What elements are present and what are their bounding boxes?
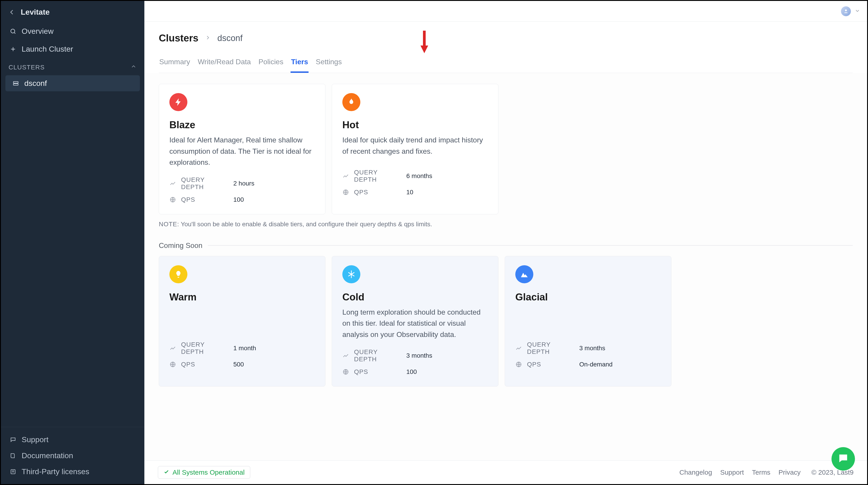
tabs: Summary Write/Read Data Policies Tiers S… (159, 53, 853, 73)
nav-licenses[interactable]: Third-Party licenses (1, 464, 144, 480)
page-head: Clusters dsconf Summary Write/Read Data … (144, 22, 867, 73)
chevron-down-icon[interactable] (855, 8, 860, 15)
breadcrumb-leaf: dsconf (217, 33, 243, 43)
tier-desc: Ideal for quick daily trend and impact h… (342, 135, 488, 161)
license-icon (9, 468, 17, 475)
footer-right: Changelog Support Terms Privacy © 2023, … (680, 468, 854, 476)
metric-query-depth: QUERY DEPTH 3 months (515, 338, 661, 358)
tier-card-glacial: Glacial QUERY DEPTH 3 months QPS On-dema… (505, 256, 671, 387)
status-text: All Systems Operational (173, 468, 245, 476)
topbar (144, 1, 867, 22)
chevron-right-icon (205, 34, 211, 42)
nav-docs-label: Documentation (22, 451, 73, 460)
svg-point-4 (845, 9, 847, 11)
globe-icon (515, 361, 522, 368)
trend-icon (342, 352, 349, 359)
sidebar-brand[interactable]: Levitate (1, 1, 144, 22)
status-pill[interactable]: All Systems Operational (158, 466, 250, 479)
brand-label: Levitate (21, 8, 50, 17)
nav-docs[interactable]: Documentation (1, 448, 144, 464)
tab-settings[interactable]: Settings (315, 53, 342, 73)
tab-summary[interactable]: Summary (159, 53, 190, 73)
tier-name: Warm (169, 291, 315, 303)
sidebar-section-label: CLUSTERS (8, 64, 45, 71)
sidebar: Levitate Overview Launch Cluster CLUSTER… (1, 1, 144, 484)
tab-write-read[interactable]: Write/Read Data (197, 53, 251, 73)
tier-desc (515, 307, 661, 333)
footer-link-privacy[interactable]: Privacy (778, 468, 800, 476)
tier-name: Hot (342, 119, 488, 131)
trend-icon (169, 180, 176, 187)
globe-icon (169, 361, 176, 368)
metric-qps: QPS On-demand (515, 358, 661, 371)
mountain-icon (515, 265, 533, 283)
tab-tiers[interactable]: Tiers (290, 53, 309, 73)
metric-qps: QPS 10 (342, 186, 488, 199)
metric-query-depth: QUERY DEPTH 2 hours (169, 174, 315, 193)
bulb-icon (169, 265, 187, 283)
arrow-left-icon (8, 8, 16, 16)
tier-name: Cold (342, 291, 488, 303)
footer-links: Changelog Support Terms Privacy (680, 468, 801, 476)
nav-support-label: Support (22, 435, 49, 444)
tier-desc (169, 307, 315, 333)
nav-launch-label: Launch Cluster (22, 45, 73, 53)
chat-fab[interactable] (832, 447, 855, 470)
tier-name: Blaze (169, 119, 315, 131)
note-tag: NOTE: (159, 221, 179, 228)
plus-icon (9, 46, 17, 53)
globe-icon (342, 189, 349, 196)
nav-overview[interactable]: Overview (1, 22, 144, 40)
check-icon (163, 468, 169, 476)
tier-card-blaze[interactable]: Blaze Ideal for Alert Manager, Real time… (159, 84, 326, 214)
footer-link-terms[interactable]: Terms (752, 468, 771, 476)
metric-qps: QPS 100 (169, 193, 315, 206)
nav-launch-cluster[interactable]: Launch Cluster (1, 40, 144, 58)
server-icon (12, 80, 19, 87)
trend-icon (342, 173, 349, 179)
svg-point-0 (11, 29, 15, 33)
trend-icon (169, 345, 176, 351)
tier-desc: Ideal for Alert Manager, Real time shall… (169, 135, 315, 168)
tiers-note: NOTE: You'll soon be able to enable & di… (159, 221, 853, 228)
tab-policies[interactable]: Policies (258, 53, 284, 73)
coming-soon-label: Coming Soon (159, 241, 203, 250)
active-tiers-row: Blaze Ideal for Alert Manager, Real time… (159, 84, 853, 214)
content: Blaze Ideal for Alert Manager, Real time… (144, 73, 867, 460)
snowflake-icon (342, 265, 360, 283)
breadcrumb: Clusters dsconf (159, 32, 853, 44)
metric-qps: QPS 500 (169, 358, 315, 371)
sidebar-bottom: Support Documentation Third-Party licens… (1, 427, 144, 484)
breadcrumb-root[interactable]: Clusters (159, 32, 198, 44)
note-text: You'll soon be able to enable & disable … (181, 221, 432, 228)
tier-desc: Long term exploration should be conducte… (342, 307, 488, 340)
globe-icon (342, 369, 349, 375)
nav-licenses-label: Third-Party licenses (22, 467, 89, 476)
metric-query-depth: QUERY DEPTH 6 months (342, 166, 488, 186)
metric-query-depth: QUERY DEPTH 1 month (169, 338, 315, 358)
tier-card-warm: Warm QUERY DEPTH 1 month QPS 500 (159, 256, 326, 387)
metric-query-depth: QUERY DEPTH 3 months (342, 346, 488, 366)
chevron-up-icon (130, 63, 137, 71)
nav-overview-label: Overview (22, 27, 54, 36)
svg-rect-2 (13, 84, 18, 85)
sidebar-section-clusters[interactable]: CLUSTERS (1, 58, 144, 75)
chat-icon (9, 436, 17, 443)
metric-qps: QPS 100 (342, 366, 488, 378)
avatar[interactable] (841, 6, 851, 16)
tier-name: Glacial (515, 291, 661, 303)
tier-card-hot[interactable]: Hot Ideal for quick daily trend and impa… (332, 84, 498, 214)
footer-link-support[interactable]: Support (720, 468, 744, 476)
chat-bubble-icon (837, 453, 849, 465)
book-icon (9, 452, 17, 459)
overview-icon (9, 28, 17, 35)
nav-support[interactable]: Support (1, 432, 144, 448)
coming-soon-row: Warm QUERY DEPTH 1 month QPS 500 (159, 256, 853, 387)
tier-card-cold: Cold Long term exploration should be con… (332, 256, 498, 387)
footer: All Systems Operational Changelog Suppor… (144, 460, 867, 484)
sidebar-cluster-item[interactable]: dsconf (5, 75, 140, 91)
main: Clusters dsconf Summary Write/Read Data … (144, 1, 867, 484)
coming-soon-divider: Coming Soon (159, 241, 853, 250)
trend-icon (515, 345, 522, 351)
footer-link-changelog[interactable]: Changelog (680, 468, 712, 476)
